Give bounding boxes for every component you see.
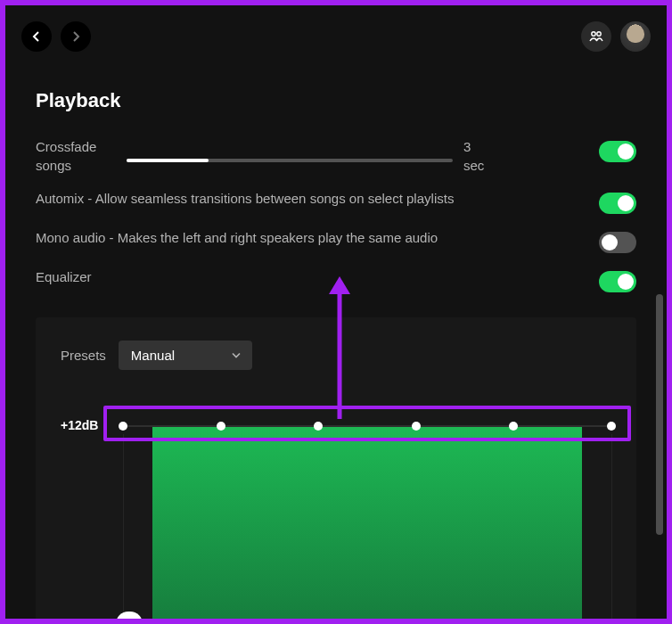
chevron-right-icon: [69, 29, 83, 44]
chevron-left-icon: [29, 29, 44, 44]
nav-buttons: [21, 21, 91, 52]
scrollbar[interactable]: [656, 294, 663, 535]
crossfade-value: 3sec: [463, 137, 499, 175]
equalizer-row: Equalizer: [36, 260, 636, 300]
forward-button[interactable]: [61, 21, 91, 52]
eq-band-handle[interactable]: [314, 422, 323, 431]
avatar[interactable]: [620, 21, 651, 52]
eq-band-handle[interactable]: [607, 422, 616, 431]
friends-button[interactable]: [581, 21, 611, 52]
crossfade-row: Crossfade songs 3sec: [36, 130, 636, 182]
eq-band-handle[interactable]: [217, 422, 225, 431]
svg-point-1: [597, 32, 601, 36]
crossfade-slider[interactable]: [127, 159, 453, 162]
automix-toggle[interactable]: [599, 193, 636, 214]
db-top-label: +12dB: [61, 418, 123, 624]
equalizer-label: Equalizer: [36, 267, 92, 288]
eq-band-handle[interactable]: [119, 422, 127, 431]
mono-toggle[interactable]: [599, 232, 636, 253]
top-bar: [21, 21, 651, 52]
automix-row: Automix - Allow seamless transitions bet…: [36, 182, 636, 221]
eq-band-fill: [152, 427, 582, 624]
mono-label: Mono audio - Makes the left and right sp…: [36, 228, 438, 249]
settings-content: Playback Crossfade songs 3sec Automix - …: [36, 89, 636, 624]
header-right: [581, 21, 651, 52]
back-button[interactable]: [21, 21, 52, 52]
presets-select[interactable]: Manual: [119, 341, 252, 370]
eq-band-handle[interactable]: [509, 422, 518, 431]
eq-bands: [123, 418, 611, 624]
automix-label: Automix - Allow seamless transitions bet…: [36, 189, 454, 209]
presets-label: Presets: [61, 348, 106, 363]
chevron-down-icon: [231, 348, 242, 363]
svg-point-0: [592, 32, 595, 36]
mono-row: Mono audio - Makes the left and right sp…: [36, 221, 636, 260]
eq-band-handle[interactable]: [412, 422, 421, 431]
section-title: Playback: [36, 89, 636, 112]
equalizer-panel: Presets Manual +12dB: [36, 317, 636, 624]
people-icon: [588, 29, 604, 45]
crossfade-toggle[interactable]: [599, 141, 636, 162]
equalizer-toggle[interactable]: [599, 271, 636, 292]
crossfade-label: Crossfade songs: [36, 137, 116, 175]
